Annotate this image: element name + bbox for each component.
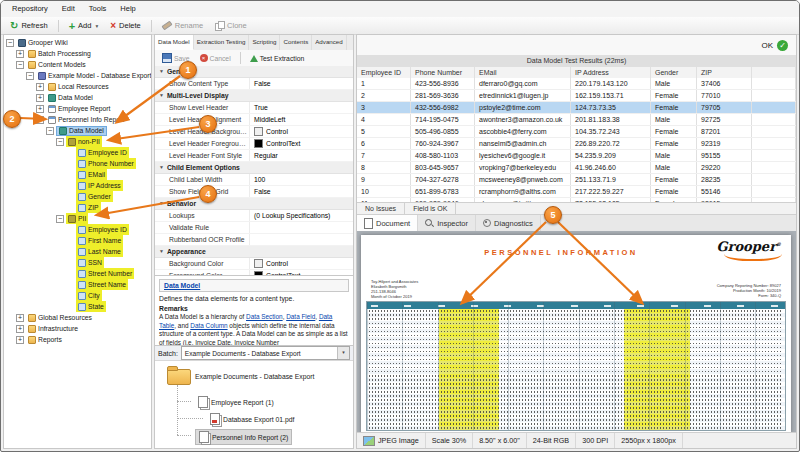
tree-toggle-icon[interactable]: + — [36, 83, 44, 91]
table-row[interactable]: 2281-569-3636etredinnick1@lugen.jp162.15… — [357, 90, 796, 102]
data-model-link[interactable]: Data Model — [164, 282, 200, 289]
tree-item-example-model-database-export[interactable]: −Example Model - Database Export — [4, 70, 151, 81]
tab-document[interactable]: Document — [357, 215, 418, 231]
property-value[interactable]: ControlText — [250, 138, 353, 149]
viewer-status-scale-30[interactable]: Scale 30% — [426, 433, 473, 448]
test-extraction-button[interactable]: Test Extraction — [246, 54, 309, 63]
batch-item-personnel-info-report-2[interactable]: Personnel Info Report (2) — [195, 429, 292, 445]
tree-item-pii[interactable]: −PII — [4, 213, 151, 224]
delete-button[interactable]: × Delete — [105, 20, 146, 32]
add-button[interactable]: + Add ▾ — [64, 20, 104, 32]
property-category-child-element-options[interactable]: ▼Child Element Options — [155, 162, 353, 174]
tree-item-data-model[interactable]: +Data Model — [4, 92, 151, 103]
tree-item-employee-id[interactable]: Employee ID — [4, 147, 151, 158]
tree-item-street-number[interactable]: Street Number — [4, 268, 151, 279]
tree-item-local-resources[interactable]: +Local Resources — [4, 81, 151, 92]
menu-item-tools[interactable]: Tools — [82, 1, 114, 17]
batch-root-label[interactable]: Example Documents - Database Export — [195, 373, 314, 380]
tree-toggle-icon[interactable]: − — [16, 61, 24, 69]
tab-extraction-testing[interactable]: Extraction Testing — [194, 35, 250, 50]
tab-data-model[interactable]: Data Model — [155, 35, 194, 50]
rename-button[interactable]: Rename — [157, 20, 208, 31]
property-value[interactable]: False — [250, 78, 353, 89]
tree-toggle-icon[interactable]: + — [16, 336, 24, 344]
menu-item-repository[interactable]: Repository — [5, 1, 55, 17]
results-column-email[interactable]: EMail — [475, 67, 571, 78]
tree-item-ssn[interactable]: SSN — [4, 257, 151, 268]
results-column-zip[interactable]: ZIP — [697, 67, 752, 78]
tab-inspector[interactable]: Inspector — [418, 215, 476, 231]
property-category-behavior[interactable]: ▼Behavior — [155, 198, 353, 210]
property-value[interactable]: Control — [250, 126, 353, 137]
property-value[interactable]: (0 Lookup Specifications) — [250, 210, 353, 221]
tree-item-data-model[interactable]: −Data Model — [4, 125, 151, 136]
menu-item-edit[interactable]: Edit — [55, 1, 82, 17]
tree-item-city[interactable]: City — [4, 290, 151, 301]
property-value[interactable]: Control — [250, 258, 353, 269]
property-category-appearance[interactable]: ▼Appearance — [155, 246, 353, 258]
tree-item-employee-report[interactable]: +Employee Report — [4, 103, 151, 114]
tree-toggle-icon[interactable]: + — [36, 105, 44, 113]
refresh-button[interactable]: ↻ Refresh — [5, 20, 53, 32]
property-category-multi-level-display[interactable]: ▼Multi-Level Display — [155, 90, 353, 102]
tree-item-street-name[interactable]: Street Name — [4, 279, 151, 290]
results-column-ip-address[interactable]: IP Address — [571, 67, 651, 78]
tree-item-ip-address[interactable]: IP Address — [4, 180, 151, 191]
property-value[interactable]: 100 — [250, 174, 353, 185]
results-column-gender[interactable]: Gender — [651, 67, 697, 78]
results-column-phone-number[interactable]: Phone Number — [411, 67, 475, 78]
batch-item-database-export-01-pdf[interactable]: Database Export 01.pdf — [207, 412, 297, 426]
table-row[interactable]: 7408-580-1103lyesichev6@google.it54.235.… — [357, 150, 796, 162]
tree-item-content-models[interactable]: −Content Models — [4, 59, 151, 70]
tree-item-phone-number[interactable]: Phone Number — [4, 158, 151, 169]
property-value[interactable]: MiddleLeft — [250, 114, 353, 125]
document-viewer[interactable]: Grooper® PERSONNEL INFORMATION Toy-Hilpe… — [357, 231, 796, 433]
link-data-field[interactable]: Data Field — [286, 313, 315, 320]
tree-toggle-icon[interactable]: − — [6, 39, 14, 47]
tree-item-infrastructure[interactable]: +Infrastructure — [4, 323, 151, 334]
cancel-button[interactable]: × Cancel — [196, 53, 235, 63]
tree-item-first-name[interactable]: First Name — [4, 235, 151, 246]
tab-advanced[interactable]: Advanced — [312, 35, 347, 50]
tree-item-personnel-info-report[interactable]: −Personnel Info Report — [4, 114, 151, 125]
property-value[interactable]: Regular — [250, 150, 353, 161]
table-row[interactable]: 4714-195-0475awontner3@amazon.co.uk201.8… — [357, 114, 796, 126]
tab-scripting[interactable]: Scripting — [249, 35, 280, 50]
tree-toggle-icon[interactable]: + — [16, 325, 24, 333]
tree-item-employee-id[interactable]: Employee ID — [4, 224, 151, 235]
menu-item-help[interactable]: Help — [113, 1, 142, 17]
property-value[interactable] — [250, 222, 353, 233]
tree-item-grooper-wiki[interactable]: −Grooper Wiki — [4, 37, 151, 48]
tree-item-email[interactable]: EMail — [4, 169, 151, 180]
tab-contents[interactable]: Contents — [280, 35, 312, 50]
tree-toggle-icon[interactable]: − — [56, 215, 64, 223]
tree-toggle-icon[interactable]: + — [16, 50, 24, 58]
table-row[interactable]: 5505-496-0855ascobbie4@ferry.com104.35.7… — [357, 126, 796, 138]
tree-item-gender[interactable]: Gender — [4, 191, 151, 202]
property-value[interactable]: False — [250, 186, 353, 197]
tree-toggle-icon[interactable]: + — [36, 94, 44, 102]
table-row[interactable]: 1423-556-8936dferraro0@gq.com220.179.143… — [357, 78, 796, 90]
link-data-column[interactable]: Data Column — [190, 322, 227, 329]
table-row[interactable]: 9704-327-6278mcsweeney8@pnweb.com251.133… — [357, 174, 796, 186]
tree-item-non-pii[interactable]: −non-PII — [4, 136, 151, 147]
property-value[interactable]: True — [250, 102, 353, 113]
property-value[interactable] — [250, 234, 353, 245]
batch-item-employee-report-1[interactable]: Employee Report (1) — [195, 395, 277, 409]
tree-toggle-icon[interactable]: − — [26, 72, 34, 80]
table-row[interactable]: 3432-556-6982pstoyle2@time.com124.73.73.… — [357, 102, 796, 114]
table-row[interactable]: 8803-645-9657vropking7@berkeley.edu41.96… — [357, 162, 796, 174]
tree-toggle-icon[interactable]: − — [36, 116, 44, 124]
tree-item-state[interactable]: State — [4, 301, 151, 312]
table-row[interactable]: 10651-899-6783rcramphorn9@alths.com217.2… — [357, 186, 796, 198]
tree-item-global-resources[interactable]: +Global Resources — [4, 312, 151, 323]
tree-item-batch-processing[interactable]: +Batch Processing — [4, 48, 151, 59]
clone-button[interactable]: Clone — [210, 20, 252, 31]
tree-item-zip[interactable]: ZIP — [4, 202, 151, 213]
table-row[interactable]: 6760-924-3967nanselmi5@admin.ch226.89.22… — [357, 138, 796, 150]
batch-selector[interactable]: Example Documents - Database Export ▾ — [181, 346, 350, 360]
tree-toggle-icon[interactable]: − — [46, 127, 54, 135]
tree-toggle-icon[interactable]: − — [56, 138, 64, 146]
tab-diagnostics[interactable]: Diagnostics — [476, 215, 541, 231]
link-data-section[interactable]: Data Section — [246, 313, 283, 320]
